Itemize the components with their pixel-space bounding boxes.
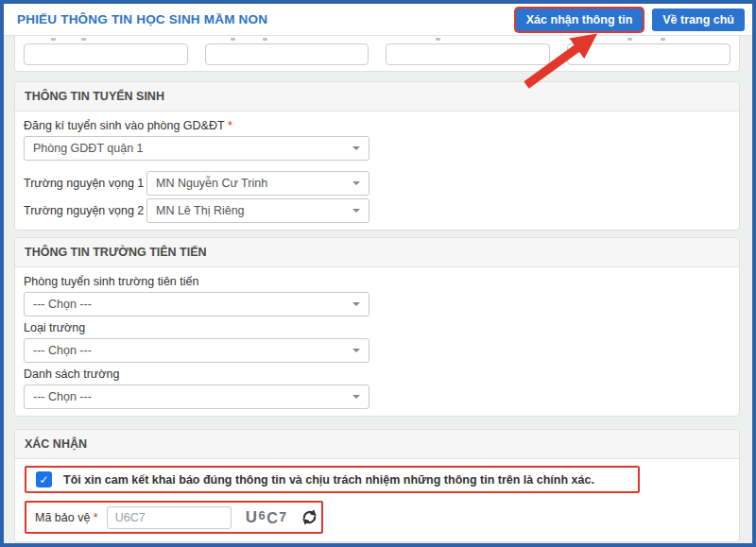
required-asterisk: * xyxy=(94,511,98,524)
top-input-1[interactable] xyxy=(24,43,188,65)
page-header: PHIẾU THÔNG TIN HỌC SINH MẦM NON Xác nhậ… xyxy=(4,4,752,36)
clipped-label-remnant xyxy=(627,38,632,41)
admission-info-card: THÔNG TIN TUYỂN SINH Đăng kí tuyển sinh … xyxy=(14,81,740,231)
school-type-select[interactable]: --- Chọn --- xyxy=(24,338,369,363)
top-input-3[interactable] xyxy=(386,43,550,65)
clipped-label-remnant xyxy=(436,38,440,41)
commitment-text: Tôi xin cam kết khai báo đúng thông tin … xyxy=(63,473,594,487)
annotation-box-commitment: ✓ Tôi xin cam kết khai báo đúng thông ti… xyxy=(25,466,640,493)
school-list-label: Danh sách trường xyxy=(24,368,730,381)
confirm-info-button[interactable]: Xác nhận thông tin xyxy=(516,9,644,31)
advanced-office-select[interactable]: --- Chọn --- xyxy=(24,292,369,316)
required-asterisk: * xyxy=(228,119,232,132)
annotation-box-captcha: Mã bảo vệ * U 6 C 7 xyxy=(25,501,323,534)
clipped-label-remnant xyxy=(231,38,235,41)
confirmation-card: XÁC NHẬN ✓ Tôi xin cam kết khai báo đúng… xyxy=(14,429,740,542)
refresh-icon xyxy=(301,508,318,526)
school-type-label: Loại trường xyxy=(24,321,730,334)
captcha-image: U 6 C 7 xyxy=(246,508,288,527)
chevron-down-icon xyxy=(352,349,360,352)
advanced-school-card: THÔNG TIN TRƯỜNG TIÊN TIẾN Phòng tuyển s… xyxy=(14,237,740,417)
admission-office-selected-value: Phòng GDĐT quận 1 xyxy=(33,142,144,155)
home-button[interactable]: Về trang chủ xyxy=(652,9,745,31)
form-content: THÔNG TIN TUYỂN SINH Đăng kí tuyển sinh … xyxy=(4,36,752,542)
captcha-label: Mã bảo vệ * xyxy=(35,511,98,524)
captcha-refresh-button[interactable] xyxy=(301,508,318,526)
chevron-down-icon xyxy=(352,395,360,399)
clipped-label-remnant xyxy=(263,38,267,41)
clipped-label-remnant xyxy=(51,38,56,41)
admission-office-label: Đăng kí tuyển sinh vào phòng GD&ĐT * xyxy=(24,119,730,132)
clipped-label-remnant xyxy=(661,38,665,41)
wish2-label: Trường nguyện vọng 2 xyxy=(24,204,146,217)
captcha-input[interactable] xyxy=(107,506,232,529)
confirmation-section-title: XÁC NHẬN xyxy=(15,430,739,459)
clipped-label-remnant xyxy=(81,38,86,41)
wish1-label: Trường nguyện vọng 1 xyxy=(24,177,146,190)
clipped-fields-card xyxy=(14,36,740,72)
admission-office-select[interactable]: Phòng GDĐT quận 1 xyxy=(24,136,369,161)
top-input-2[interactable] xyxy=(205,43,369,65)
advanced-section-title: THÔNG TIN TRƯỜNG TIÊN TIẾN xyxy=(15,238,739,267)
check-icon: ✓ xyxy=(39,473,48,487)
school-list-select[interactable]: --- Chọn --- xyxy=(24,385,369,409)
chevron-down-icon xyxy=(352,302,360,306)
chevron-down-icon xyxy=(352,209,360,213)
school-list-selected-value: --- Chọn --- xyxy=(33,390,92,403)
school-type-selected-value: --- Chọn --- xyxy=(33,344,92,357)
wish1-selected-value: MN Nguyễn Cư Trinh xyxy=(156,177,267,190)
chevron-down-icon xyxy=(352,181,360,185)
top-input-4[interactable] xyxy=(567,43,731,65)
wish2-select[interactable]: MN Lê Thị Riêng xyxy=(146,198,369,223)
admission-section-title: THÔNG TIN TUYỂN SINH xyxy=(15,82,739,111)
page-title: PHIẾU THÔNG TIN HỌC SINH MẦM NON xyxy=(17,12,509,26)
enrollment-form-page: PHIẾU THÔNG TIN HỌC SINH MẦM NON Xác nhậ… xyxy=(0,0,756,547)
wish2-selected-value: MN Lê Thị Riêng xyxy=(156,204,245,217)
wish1-select[interactable]: MN Nguyễn Cư Trinh xyxy=(146,171,369,196)
advanced-office-selected-value: --- Chọn --- xyxy=(33,298,92,311)
chevron-down-icon xyxy=(352,146,360,150)
commitment-checkbox[interactable]: ✓ xyxy=(36,471,52,487)
advanced-office-label: Phòng tuyển sinh trường tiên tiến xyxy=(24,275,730,288)
